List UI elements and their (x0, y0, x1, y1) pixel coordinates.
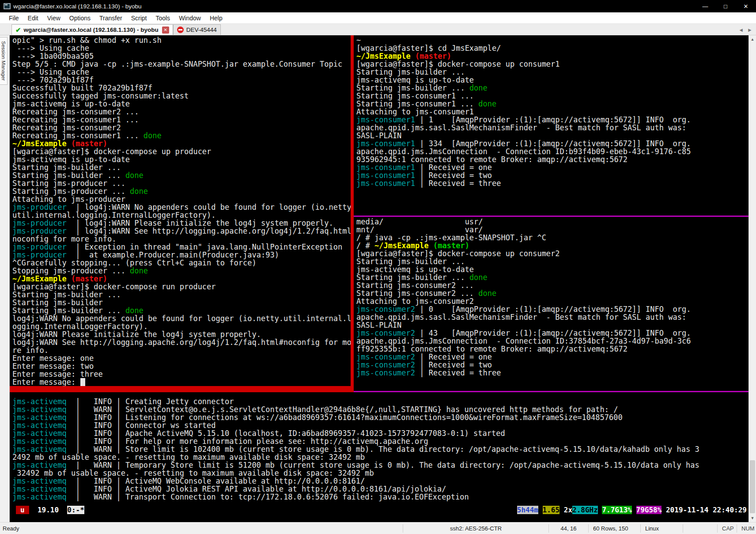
byobu-segment-plain: 19.10 (29, 506, 68, 514)
menu-item-transfer[interactable]: Transfer (95, 15, 127, 22)
status-ready: Ready (0, 524, 24, 533)
status-os: Linux (640, 524, 683, 533)
pane-producer[interactable]: opic" > run.sh && chmod +x run.sh ---> U… (10, 35, 354, 392)
terminal-line: [wgarcia@faster]$ docker-compose up prod… (12, 148, 351, 155)
terminal-line: ---> 702a29b1f87f (12, 76, 351, 84)
pane-consumer2[interactable]: media/ usr/mnt/ var// # java -cp .:jms-e… (354, 217, 748, 391)
byobu-segment-mem: 7.7G13% (602, 506, 631, 514)
terminal-line: Step 5/5 : CMD java -cp .:jms-example-SN… (12, 60, 351, 68)
byobu-left: u 19.10 0:-* (16, 506, 84, 514)
status-num-lock: NUM (737, 524, 756, 533)
statusbar: Ready ssh2: AES-256-CTR 44, 16 60 Rows, … (0, 522, 756, 534)
tab-session-label: wgarcia@faster.xo.local (192.168.1.130) … (24, 27, 159, 33)
terminal-line: ~ (356, 36, 748, 44)
terminal-line: jms-activemq | WARN | Temporary Store li… (12, 461, 748, 469)
byobu-segment-plain (632, 506, 636, 514)
scrollbar-thumb[interactable] (750, 460, 755, 513)
terminal-line: jms-consumer1 | 1 [AmqpProvider :(1):[am… (356, 116, 748, 124)
byobu-segment-disk: 79G58% (636, 506, 662, 514)
terminal-line: jms-consumer2 | 0 [AmqpProvider :(1):[am… (356, 305, 748, 313)
byobu-segment-winflag: 0:-* (67, 506, 84, 514)
menu-item-script[interactable]: Script (127, 15, 151, 22)
byobu-segment-load: 1.65 (543, 506, 560, 514)
terminal-line: Starting jms-builder ... done (12, 171, 351, 179)
tabbar: ✔ wgarcia@faster.xo.local (192.168.1.130… (0, 24, 756, 35)
terminal-line: apache.qpid.jms.JmsConnection - Connecti… (356, 148, 748, 155)
scrollbar-track[interactable] (749, 43, 756, 514)
terminal-line: / # ~/JmsExample (master) (356, 242, 748, 250)
terminal-line: ~/JmsExample (master) (12, 140, 351, 148)
byobu-segment-plain: 2019-11-14 22:40:29 (662, 506, 747, 514)
terminal-line: / # java -cp .:jms-example-SNAPSHOT.jar … (356, 234, 748, 242)
terminal-line: jms-activemq | INFO | For help or more i… (12, 437, 748, 445)
scrollbar[interactable]: ▲ ▼ (748, 35, 756, 522)
terminal-line: jms-consumer1 | Received = two (356, 171, 748, 179)
terminal-line: ---> Using cache (12, 68, 351, 76)
terminal-line: jms-producer | Exception in thread "main… (12, 243, 351, 251)
terminal-line: jms-consumer2 | Received = three (356, 369, 748, 377)
session-manager-tab[interactable]: Session Manager (0, 37, 8, 85)
terminal-line: Starting jms-producer ... (12, 179, 351, 187)
byobu-right: 5h44m 1.65 2x2.8GHz 7.7G13% 79G58% 2019-… (517, 506, 747, 514)
status-caps-lock: CAP (717, 524, 737, 533)
terminal-line: re info. (12, 346, 351, 354)
menu-item-edit[interactable]: Edit (23, 15, 43, 22)
terminal-line: ogging.InternalLoggerFactory). (12, 322, 351, 330)
terminal-line: jms-activemq | INFO | ActiveMQ Jolokia R… (12, 485, 748, 493)
terminal-line: Attaching to jms-producer (12, 195, 351, 203)
terminal-line: Recreating jms-consumer2 (12, 124, 351, 132)
menu-item-tools[interactable]: Tools (151, 15, 174, 22)
tab-dev-45444[interactable]: DEV-45444 (173, 24, 221, 35)
terminal-line: apache.qpid.jms.JmsConnection - Connecti… (356, 337, 748, 345)
tab-session[interactable]: ✔ wgarcia@faster.xo.local (192.168.1.130… (11, 24, 173, 35)
terminal-line: Enter message: (12, 378, 351, 386)
terminal-line: ---> Using cache (12, 44, 351, 52)
session-manager-strip: Session Manager (0, 35, 10, 522)
terminal-line: jms-consumer2 | Received = two (356, 361, 748, 369)
terminal-line: Successfully tagged jms-consumer:latest (12, 92, 351, 100)
terminal-line: ~/JmsExample (master) (12, 275, 351, 283)
status-encryption: ssh2: AES-256-CTR (403, 524, 548, 533)
menubar: FileEditViewOptionsTransferScriptToolsWi… (0, 12, 756, 24)
connected-check-icon: ✔ (15, 26, 21, 34)
menu-item-view[interactable]: View (43, 15, 65, 22)
terminal-line: jms-activemq | WARN | Transport Connecti… (12, 493, 748, 501)
terminal-line: log4j:WARN Please initialize the log4j s… (12, 330, 351, 338)
byobu-segment-ubadge: u (16, 506, 29, 514)
terminal-line: jms-producer | log4j:WARN See http://log… (12, 227, 351, 235)
terminal-line: Starting jms-consumer2 ... done (356, 289, 748, 297)
menu-item-window[interactable]: Window (174, 15, 205, 22)
terminal-line: Starting jms-builder (12, 299, 351, 307)
terminal-line: Starting jms-producer ... done (12, 187, 351, 195)
scroll-down-icon[interactable]: ▼ (751, 514, 755, 522)
terminal-line: util.internal.logging.InternalLoggerFact… (12, 211, 351, 219)
pane-activemq[interactable]: jms-activemq | INFO | Creating Jetty con… (10, 392, 748, 506)
pane-consumer1[interactable]: ~[wgarcia@faster]$ cd JmsExample/~/JmsEx… (354, 35, 748, 216)
titlebar: wgarcia@faster.xo.local (192.168.1.130) … (0, 0, 756, 12)
terminal-line: Attaching to jms-consumer1 (356, 108, 748, 116)
tab-scroll-left-icon[interactable]: ◄ (738, 27, 747, 35)
terminal-line: Starting jms-consumer2 ... (356, 281, 748, 289)
terminal-line: ---> 1ba0d9baa505 (12, 52, 351, 60)
menu-item-options[interactable]: Options (65, 15, 95, 22)
window-controls: — □ ✕ (695, 0, 756, 12)
minimize-icon[interactable]: — (695, 0, 715, 12)
terminal-line: ff925355b:1 connected to remote Broker: … (356, 345, 748, 353)
maximize-icon[interactable]: □ (715, 0, 736, 12)
app-window: wgarcia@faster.xo.local (192.168.1.130) … (0, 0, 756, 534)
tab-scroll-right-icon[interactable]: ► (747, 27, 756, 35)
scroll-up-icon[interactable]: ▲ (751, 35, 755, 43)
byobu-segment-uptime: 5h44m (517, 506, 538, 514)
close-icon[interactable]: ✕ (736, 0, 756, 12)
tab-dev-label: DEV-45444 (186, 27, 217, 33)
terminal-line: Enter message: two (12, 362, 351, 370)
terminal-line: Starting jms-builder ... (356, 68, 748, 76)
tab-close-icon[interactable]: ✕ (162, 27, 169, 34)
menu-item-help[interactable]: Help (205, 15, 227, 22)
terminal[interactable]: opic" > run.sh && chmod +x run.sh ---> U… (10, 35, 748, 522)
menu-item-file[interactable]: File (4, 15, 23, 22)
terminal-line: 935962945:1 connected to remote Broker: … (356, 155, 748, 163)
terminal-line: jms-activemq | INFO | ActiveMQ WebConsol… (12, 477, 748, 485)
terminal-line: SASL-PLAIN (356, 321, 748, 329)
terminal-line: Starting jms-builder ... done (356, 84, 748, 92)
